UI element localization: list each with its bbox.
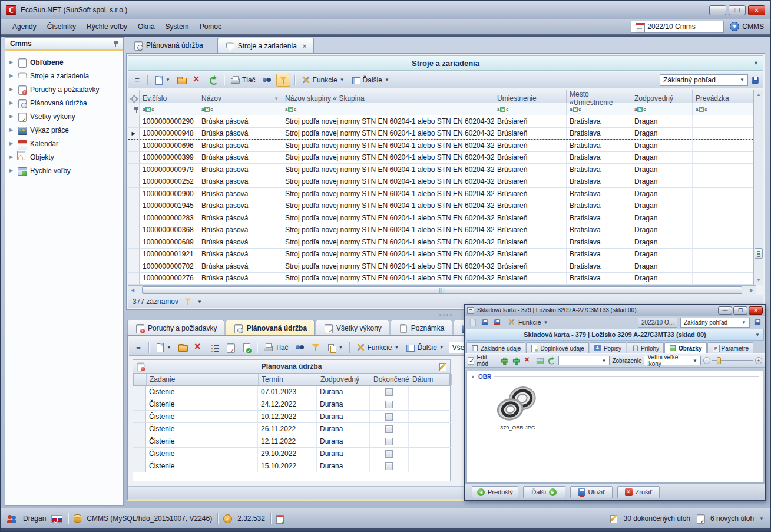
band-edit-icon[interactable] bbox=[438, 362, 448, 371]
cell-zodpovedny[interactable]: Dragan bbox=[631, 224, 693, 237]
cell-evcislo[interactable]: 1000000000290 bbox=[140, 115, 198, 128]
cell-prevadzka[interactable] bbox=[693, 200, 756, 213]
cell-evcislo[interactable]: 1000000000979 bbox=[140, 164, 198, 176]
cell-termin[interactable]: 07.01.2023 bbox=[258, 386, 317, 398]
toolbar-menu-button[interactable]: ≡ bbox=[131, 74, 143, 86]
save-button[interactable]: Uložiť bbox=[570, 486, 613, 498]
more-menu-button[interactable]: Ďalšie▼ bbox=[349, 74, 391, 86]
scroll-right-arrow[interactable]: ▶ bbox=[747, 286, 756, 295]
dialog-period-box[interactable]: 2022/10 O... bbox=[638, 318, 677, 328]
cell-zadanie[interactable]: Čistenie bbox=[146, 386, 258, 398]
cell-termin[interactable]: 24.12.2022 bbox=[258, 398, 317, 411]
bottom-delete-button[interactable] bbox=[192, 342, 205, 353]
cell-skupina[interactable]: Stroj podľa novej normy STN EN 60204-1 a… bbox=[282, 224, 494, 237]
checkbox-unchecked[interactable] bbox=[385, 462, 393, 470]
cell-skupina[interactable]: Stroj podľa novej normy STN EN 60204-1 a… bbox=[282, 115, 494, 128]
filter-cell-umiestnenie[interactable]: aBc bbox=[494, 103, 567, 115]
filter-button[interactable] bbox=[276, 74, 290, 87]
cell-prevadzka[interactable] bbox=[693, 188, 756, 200]
cell-nazov[interactable]: Brúska pásová bbox=[198, 140, 282, 152]
cell-zadanie[interactable]: Čistenie bbox=[146, 423, 258, 435]
dialog-view-combo[interactable]: Základný pohľad▼ bbox=[680, 318, 750, 328]
cell-evcislo[interactable]: 1000000000399 bbox=[140, 152, 198, 164]
cell-dokoncene[interactable] bbox=[370, 448, 409, 460]
dialog-title-bar[interactable]: Skladová karta - 379 | Ložisko 3209 A-2Z… bbox=[465, 305, 765, 316]
scroll-down-arrow[interactable]: ▼ bbox=[755, 276, 763, 285]
period-field[interactable]: 2022/10 Cmms bbox=[631, 21, 724, 33]
table-row[interactable]: Čistenie 24.12.2022 Durana bbox=[133, 398, 450, 411]
print-button[interactable]: Tlač bbox=[229, 74, 257, 86]
cell-skupina[interactable]: Stroj podľa novej normy STN EN 60204-1 a… bbox=[282, 260, 494, 273]
maximize-button[interactable]: ❐ bbox=[729, 5, 746, 15]
cell-zodpovedny[interactable]: Dragan bbox=[631, 200, 693, 213]
cell-evcislo[interactable]: 1000000000276 bbox=[140, 273, 198, 285]
dialog-functions-button[interactable]: Funkcie▼ bbox=[505, 316, 550, 328]
cell-zodpovedny[interactable]: Durana bbox=[317, 448, 370, 460]
sidebar-item[interactable]: ▶ Kalendár bbox=[5, 137, 123, 150]
bottom-menu-button[interactable]: ≡ bbox=[133, 342, 144, 353]
tasks-dropdown-icon[interactable]: ▼ bbox=[759, 516, 764, 521]
bottom-open-button[interactable] bbox=[176, 342, 189, 353]
cell-dokoncene[interactable] bbox=[370, 411, 409, 423]
cell-nazov[interactable]: Brúska pásová bbox=[198, 260, 282, 273]
cell-datum[interactable] bbox=[409, 423, 451, 435]
dialog-maximize-button[interactable]: ❐ bbox=[733, 306, 747, 315]
new-record-button[interactable]: ▼ bbox=[152, 74, 172, 86]
cell-umiestnenie[interactable]: Brúsiareň bbox=[494, 152, 567, 164]
table-row[interactable]: ▶ 1000000000948 Brúska pásová Stroj podľ… bbox=[128, 128, 756, 140]
cell-mesto[interactable]: Bratislava bbox=[567, 128, 631, 140]
cell-nazov[interactable]: Brúska pásová bbox=[198, 224, 282, 237]
menu-item[interactable]: Rýchle voľby bbox=[81, 21, 133, 32]
cell-nazov[interactable]: Brúska pásová bbox=[198, 212, 282, 224]
cell-prevadzka[interactable] bbox=[693, 128, 756, 140]
bottom-functions-button[interactable]: Funkcie▼ bbox=[354, 342, 401, 353]
dialog-tab[interactable]: Parametre bbox=[707, 342, 754, 353]
cell-zodpovedny[interactable]: Dragan bbox=[631, 260, 693, 273]
expand-arrow-icon[interactable]: ▶ bbox=[9, 87, 14, 92]
cell-zodpovedny[interactable]: Durana bbox=[317, 386, 370, 398]
sidebar-item[interactable]: ▶ Poruchy a požiadavky bbox=[5, 82, 123, 96]
cell-nazov[interactable]: Brúska pásová bbox=[198, 115, 282, 128]
cell-mesto[interactable]: Bratislava bbox=[567, 188, 631, 200]
cell-skupina[interactable]: Stroj podľa novej normy STN EN 60204-1 a… bbox=[282, 164, 494, 176]
cell-umiestnenie[interactable]: Brúsiareň bbox=[494, 224, 567, 237]
table-row[interactable]: 1000000000689 Brúska pásová Stroj podľa … bbox=[128, 236, 756, 249]
cell-nazov[interactable]: Brúska pásová bbox=[198, 152, 282, 164]
column-header-dokoncene[interactable]: Dokončené bbox=[370, 374, 409, 385]
search-button[interactable] bbox=[260, 74, 273, 86]
cell-umiestnenie[interactable]: Brúsiareň bbox=[494, 273, 567, 285]
table-row[interactable]: 1000000000900 Brúska pásová Stroj podľa … bbox=[128, 188, 756, 200]
dialog-tab[interactable]: Doplnkové údaje bbox=[526, 342, 589, 353]
cell-termin[interactable]: 26.11.2022 bbox=[258, 423, 317, 435]
bottom-more-button[interactable]: Ďalšie▼ bbox=[403, 342, 445, 353]
cell-skupina[interactable]: Stroj podľa novej normy STN EN 60204-1 a… bbox=[282, 128, 494, 140]
cell-zodpovedny[interactable]: Durana bbox=[317, 435, 370, 448]
bottom-filter-button[interactable] bbox=[309, 342, 322, 353]
edit-mode-checkbox[interactable] bbox=[468, 357, 474, 365]
sidebar-item[interactable]: ▶ Stroje a zariadenia bbox=[5, 69, 123, 82]
new-document-icon[interactable] bbox=[468, 318, 477, 326]
bottom-confirm-doc-button[interactable] bbox=[240, 342, 253, 353]
dialog-close-button[interactable]: ✕ bbox=[749, 306, 763, 315]
cell-prevadzka[interactable] bbox=[693, 236, 756, 249]
cell-evcislo[interactable]: 1000000000252 bbox=[140, 176, 198, 189]
dialog-tab[interactable]: Obrázky bbox=[664, 342, 706, 353]
cell-dokoncene[interactable] bbox=[370, 398, 409, 411]
save-close-icon[interactable] bbox=[493, 318, 501, 326]
expand-arrow-icon[interactable]: ▶ bbox=[9, 141, 14, 146]
cell-umiestnenie[interactable]: Brúsiareň bbox=[494, 188, 567, 200]
cell-dokoncene[interactable] bbox=[370, 435, 409, 448]
cell-mesto[interactable]: Bratislava bbox=[567, 164, 631, 176]
column-header-datum[interactable]: Dátum bbox=[409, 374, 452, 385]
cell-prevadzka[interactable] bbox=[693, 249, 756, 261]
checkbox-unchecked[interactable] bbox=[385, 450, 393, 458]
footer-filter-dropdown-icon[interactable]: ▼ bbox=[197, 299, 202, 305]
cell-skupina[interactable]: Stroj podľa novej normy STN EN 60204-1 a… bbox=[282, 273, 494, 285]
table-row[interactable]: 1000000000290 Brúska pásová Stroj podľa … bbox=[128, 115, 756, 128]
tab-close-icon[interactable]: × bbox=[303, 42, 306, 49]
filter-cell-mesto[interactable]: aBc bbox=[567, 103, 631, 115]
cell-mesto[interactable]: Bratislava bbox=[567, 152, 631, 164]
cell-zodpovedny[interactable]: Durana bbox=[317, 398, 370, 411]
slider-thumb[interactable] bbox=[717, 357, 721, 364]
column-header-zadanie[interactable]: Zadanie bbox=[147, 374, 259, 385]
